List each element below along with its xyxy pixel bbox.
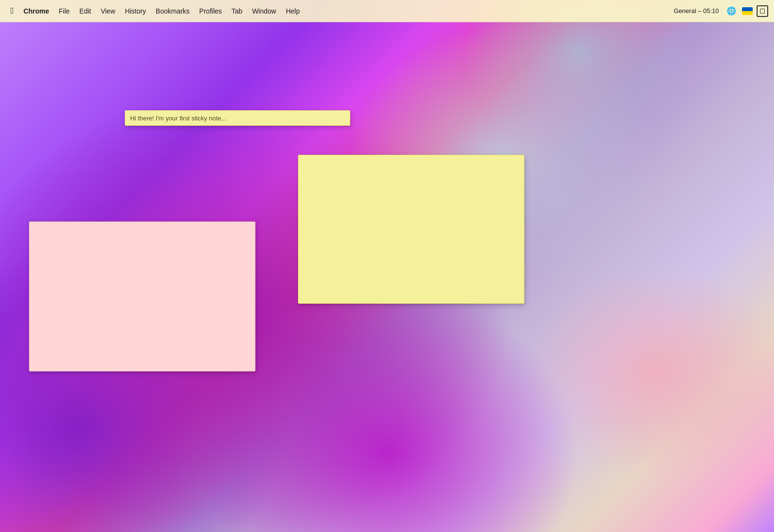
menu-bookmarks[interactable]: Bookmarks — [151, 5, 194, 17]
menubar:  Chrome File Edit View History Bookmark… — [0, 0, 774, 22]
menubar-right: General – 05:10 🌐 — [672, 5, 768, 17]
screen-capture-icon[interactable] — [757, 5, 768, 17]
sticky-note-yellow[interactable] — [298, 155, 524, 304]
menu-help[interactable]: Help — [281, 5, 305, 17]
menu-history[interactable]: History — [120, 5, 151, 17]
apple-menu[interactable]:  — [6, 4, 19, 18]
menu-edit[interactable]: Edit — [74, 5, 96, 17]
menu-file[interactable]: File — [54, 5, 74, 17]
time-label: General – 05:10 — [672, 7, 721, 15]
globe-icon[interactable]: 🌐 — [725, 5, 738, 16]
sticky-note-small-text: Hi there! I'm your first sticky note... — [130, 115, 226, 122]
menu-chrome[interactable]: Chrome — [19, 5, 54, 17]
menu-view[interactable]: View — [96, 5, 120, 17]
menu-window[interactable]: Window — [247, 5, 281, 17]
sticky-note-small[interactable]: Hi there! I'm your first sticky note... — [125, 110, 350, 126]
menu-profiles[interactable]: Profiles — [194, 5, 227, 17]
ukraine-flag-icon[interactable] — [742, 7, 753, 15]
sticky-note-pink[interactable] — [29, 222, 255, 371]
menu-tab[interactable]: Tab — [227, 5, 248, 17]
